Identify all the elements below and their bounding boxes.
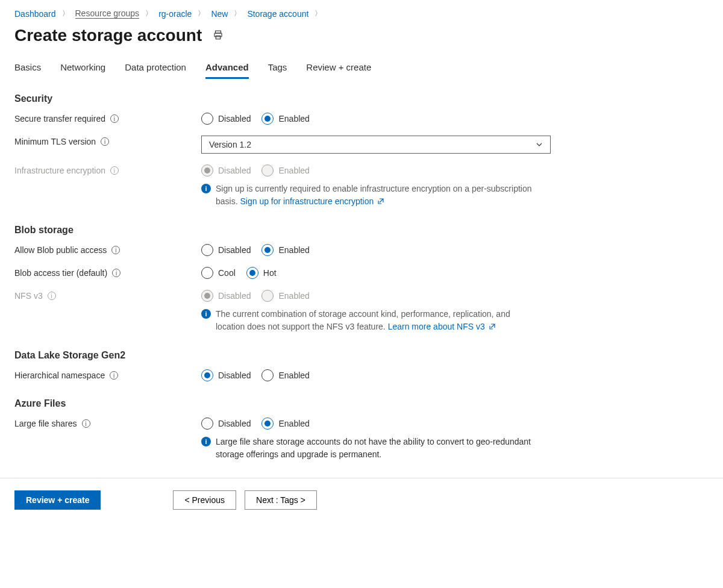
tab-data-protection[interactable]: Data protection: [125, 60, 186, 79]
radio-tier-cool[interactable]: Cool: [201, 267, 236, 279]
infra-enc-info-text: Sign up is currently required to enable …: [216, 183, 539, 208]
info-icon[interactable]: i: [48, 292, 56, 300]
print-icon[interactable]: [213, 30, 224, 42]
tabs: Basics Networking Data protection Advanc…: [14, 60, 709, 79]
chevron-right-icon: 〉: [234, 8, 241, 19]
info-icon[interactable]: i: [111, 246, 120, 254]
radio-nfs-enabled: Enabled: [261, 290, 309, 302]
section-blob-title: Blob storage: [14, 225, 709, 236]
info-icon[interactable]: i: [82, 419, 90, 428]
section-files-title: Azure Files: [14, 398, 709, 409]
svg-rect-2: [216, 36, 221, 39]
label-tls-version: Minimum TLS version: [14, 137, 96, 146]
radio-blob-public-enabled[interactable]: Enabled: [261, 244, 309, 256]
radio-lfs-enabled[interactable]: Enabled: [261, 418, 309, 430]
footer: Review + create < Previous Next : Tags >: [0, 478, 723, 524]
next-button[interactable]: Next : Tags >: [245, 490, 317, 510]
select-tls-value: Version 1.2: [209, 140, 251, 149]
label-blob-public-access: Allow Blob public access: [14, 245, 107, 255]
link-signup-infra-enc[interactable]: Sign up for infrastructure encryption: [240, 196, 384, 206]
tab-review-create[interactable]: Review + create: [306, 60, 371, 79]
chevron-right-icon: 〉: [198, 8, 205, 19]
external-link-icon: [489, 323, 496, 330]
review-create-button[interactable]: Review + create: [14, 490, 101, 510]
info-icon[interactable]: i: [110, 114, 119, 123]
radio-blob-public-disabled[interactable]: Disabled: [201, 244, 251, 256]
radio-tier-hot[interactable]: Hot: [246, 267, 277, 279]
external-link-icon: [377, 198, 384, 205]
nfs-info-text: The current combination of storage accou…: [216, 308, 539, 333]
previous-button[interactable]: < Previous: [173, 490, 236, 510]
tab-tags[interactable]: Tags: [268, 60, 287, 79]
radio-secure-transfer-enabled[interactable]: Enabled: [261, 113, 309, 125]
select-tls-version[interactable]: Version 1.2: [201, 136, 551, 154]
link-learn-nfs[interactable]: Learn more about NFS v3: [388, 322, 496, 331]
radio-nfs-disabled: Disabled: [201, 290, 251, 302]
breadcrumb: Dashboard 〉 Resource groups 〉 rg-oracle …: [14, 8, 709, 19]
chevron-right-icon: 〉: [315, 8, 322, 19]
label-blob-tier: Blob access tier (default): [14, 268, 107, 278]
info-circle-icon: i: [201, 184, 211, 193]
info-icon[interactable]: i: [110, 371, 118, 380]
radio-lfs-disabled[interactable]: Disabled: [201, 418, 251, 430]
breadcrumb-dashboard[interactable]: Dashboard: [14, 9, 56, 19]
info-circle-icon: i: [201, 437, 211, 446]
label-infra-encryption: Infrastructure encryption: [14, 166, 105, 175]
chevron-right-icon: 〉: [62, 8, 69, 19]
breadcrumb-storage-account[interactable]: Storage account: [247, 9, 308, 19]
tab-basics[interactable]: Basics: [14, 60, 41, 79]
section-dlsg2-title: Data Lake Storage Gen2: [14, 350, 709, 361]
chevron-down-icon: [536, 141, 543, 148]
info-icon[interactable]: i: [101, 137, 109, 146]
section-security-title: Security: [14, 93, 709, 104]
info-circle-icon: i: [201, 309, 211, 319]
chevron-right-icon: 〉: [145, 8, 152, 19]
label-hns: Hierarchical namespace: [14, 371, 105, 380]
label-lfs: Large file shares: [14, 419, 77, 428]
radio-secure-transfer-disabled[interactable]: Disabled: [201, 113, 251, 125]
lfs-info-text: Large file share storage accounts do not…: [216, 436, 539, 461]
radio-hns-enabled[interactable]: Enabled: [261, 369, 309, 381]
breadcrumb-resource-groups[interactable]: Resource groups: [75, 8, 140, 19]
info-icon[interactable]: i: [112, 269, 120, 277]
page-title: Create storage account: [14, 26, 202, 45]
info-icon[interactable]: i: [110, 166, 119, 175]
tab-networking[interactable]: Networking: [60, 60, 105, 79]
label-secure-transfer: Secure transfer required: [14, 114, 105, 124]
tab-advanced[interactable]: Advanced: [205, 60, 249, 79]
radio-infra-disabled: Disabled: [201, 164, 251, 177]
breadcrumb-rg-oracle[interactable]: rg-oracle: [158, 9, 192, 19]
radio-hns-disabled[interactable]: Disabled: [201, 369, 251, 381]
label-nfs: NFS v3: [14, 291, 43, 301]
radio-infra-enabled: Enabled: [261, 164, 309, 177]
breadcrumb-new[interactable]: New: [211, 9, 228, 19]
